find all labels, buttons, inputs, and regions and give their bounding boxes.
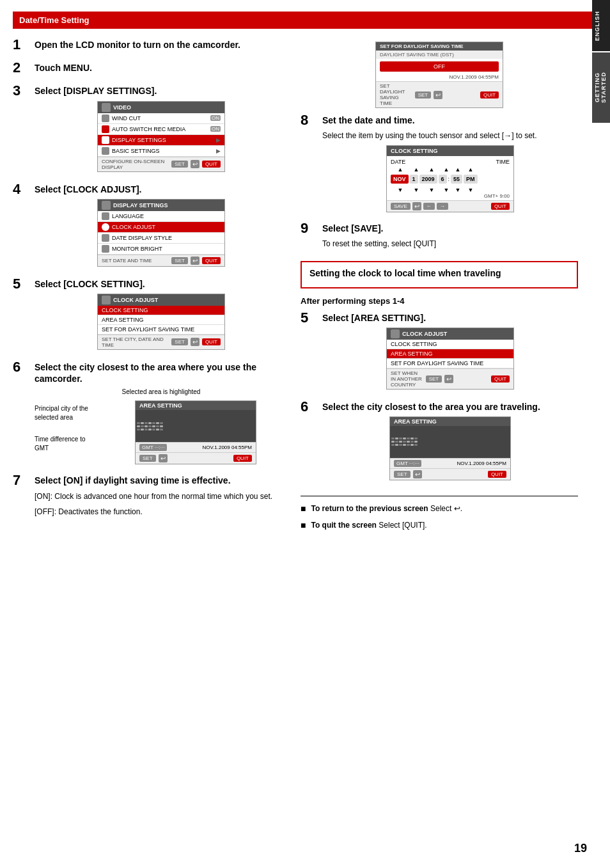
down-arrow-3[interactable]: ▼ bbox=[423, 187, 441, 193]
step-5-travel-header-label: CLOCK ADJUST bbox=[402, 331, 447, 337]
step-7-desc2: [OFF]: Deactivates the function. bbox=[35, 506, 288, 517]
area-quit-btn-2[interactable]: QUIT bbox=[488, 471, 506, 478]
clock-day[interactable]: 1 bbox=[410, 175, 418, 184]
clock-left-btn[interactable]: ← bbox=[423, 203, 435, 210]
menu-item-windcut[interactable]: WIND CUT ON bbox=[98, 113, 224, 124]
down-arrow-6[interactable]: ▼ bbox=[465, 187, 476, 193]
menu-item-areasetting[interactable]: AREA SETTING bbox=[98, 315, 224, 325]
time-diff-label: Time difference to GMT bbox=[35, 435, 98, 453]
map-line-2 bbox=[137, 425, 163, 427]
md5 bbox=[152, 422, 155, 424]
travel-menu-dst[interactable]: SET FOR DAYLIGHT SAVING TIME bbox=[387, 359, 513, 368]
step-5-content: Select [CLOCK SETTING]. CLOCK ADJUST CLO… bbox=[35, 278, 288, 354]
menu-item-monbright[interactable]: MONITOR BRIGHT bbox=[98, 244, 224, 255]
dst-set-btn[interactable]: SET bbox=[415, 91, 432, 99]
tip-2-desc: Select [QUIT]. bbox=[379, 521, 426, 530]
dst-undo-btn[interactable]: ↩ bbox=[434, 91, 442, 99]
clock-save-btn[interactable]: SAVE bbox=[391, 203, 411, 210]
step-7-descs: [ON]: Clock is advanced one hour from th… bbox=[35, 491, 288, 517]
area-footer-travel: GMT ···:··· NOV.1.2009 04:55PM bbox=[390, 458, 510, 468]
travel-menu-areasetting[interactable]: AREA SETTING bbox=[387, 349, 513, 359]
menu-item-display[interactable]: DISPLAY SETTINGS ▶ bbox=[98, 135, 224, 146]
area-map bbox=[136, 410, 256, 442]
down-arrow-5[interactable]: ▼ bbox=[452, 187, 464, 193]
travel-menu-clocksetting[interactable]: CLOCK SETTING bbox=[387, 340, 513, 349]
clock-right-btn[interactable]: → bbox=[437, 203, 448, 210]
up-arrow-3[interactable]: ▲ bbox=[423, 166, 441, 173]
windcut-label: WIND CUT bbox=[112, 115, 208, 122]
right-column: SET FOR DAYLIGHT SAVING TIME DAYLIGHT SA… bbox=[301, 39, 578, 536]
menu-item-language[interactable]: LANGUAGE bbox=[98, 211, 224, 222]
step-3-header-label: VIDEO bbox=[113, 104, 131, 111]
menu-item-clockadjust[interactable]: CLOCK ADJUST bbox=[98, 222, 224, 233]
lang-icon bbox=[102, 212, 109, 220]
display-arrow: ▶ bbox=[216, 137, 221, 143]
tip-1-content: To return to the previous screen Select … bbox=[311, 503, 462, 514]
up-arrow-4[interactable]: ▲ bbox=[442, 166, 451, 173]
clock-ampm[interactable]: PM bbox=[464, 175, 478, 184]
step-4-set-btn[interactable]: SET bbox=[171, 257, 188, 264]
md2-18 bbox=[403, 444, 406, 446]
dst-quit-btn[interactable]: QUIT bbox=[480, 91, 499, 99]
setwheninanother-label: SET WHEN IN ANOTHER COUNTRY bbox=[391, 370, 423, 388]
up-arrow-5[interactable]: ▲ bbox=[452, 166, 464, 173]
map-line-1 bbox=[137, 422, 163, 424]
menu-item-datestyle[interactable]: DATE DISPLAY STYLE bbox=[98, 233, 224, 244]
clock-quit-btn[interactable]: QUIT bbox=[491, 203, 510, 210]
down-arrow-2[interactable]: ▼ bbox=[411, 187, 421, 193]
clock-month[interactable]: NOV bbox=[391, 175, 409, 184]
menu-item-dst[interactable]: SET FOR DAYLIGHT SAVING TIME bbox=[98, 325, 224, 335]
step-3-set-btn[interactable]: SET bbox=[171, 161, 188, 168]
down-arrow-1[interactable]: ▼ bbox=[391, 187, 410, 193]
step-1-content: Open the LCD monitor to turn on the camc… bbox=[35, 39, 288, 54]
menu-item-clocksetting[interactable]: CLOCK SETTING bbox=[98, 306, 224, 315]
step-9-content: Select [SAVE]. To reset the setting, sel… bbox=[322, 223, 578, 253]
clock-year[interactable]: 2009 bbox=[419, 175, 437, 184]
up-arrow-6[interactable]: ▲ bbox=[465, 166, 476, 173]
setcitydatetime-label: SET THE CITY, DATE AND TIME bbox=[102, 336, 169, 348]
dst-footer-label: SET DAYLIGHT SAVING TIME bbox=[380, 83, 412, 106]
step-9: 9 Select [SAVE]. To reset the setting, s… bbox=[301, 223, 578, 253]
menu-item-basic[interactable]: BASIC SETTINGS ▶ bbox=[98, 146, 224, 157]
clock-setting-panel: CLOCK SETTING DATE TIME ▲ ▲ ▲ ▲ ▲ bbox=[386, 145, 514, 212]
step-4-undo-icon[interactable]: ↩ bbox=[191, 256, 199, 265]
up-arrow-2[interactable]: ▲ bbox=[411, 166, 421, 173]
up-arrow-1[interactable]: ▲ bbox=[391, 166, 410, 173]
step-5-undo-icon[interactable]: ↩ bbox=[191, 338, 199, 346]
area-quit-btn[interactable]: QUIT bbox=[233, 455, 252, 462]
clock-undo-btn[interactable]: ↩ bbox=[412, 202, 421, 210]
dst-option[interactable]: OFF bbox=[380, 61, 499, 72]
step-5-quit-btn[interactable]: QUIT bbox=[202, 338, 221, 345]
video-icon bbox=[102, 103, 111, 112]
down-arrow-4[interactable]: ▼ bbox=[442, 187, 451, 193]
step-5-travel-title: Select [AREA SETTING]. bbox=[322, 312, 578, 324]
md18 bbox=[148, 429, 152, 430]
area-undo-btn[interactable]: ↩ bbox=[159, 454, 168, 462]
step-1-number: 1 bbox=[13, 38, 31, 52]
display-label: DISPLAY SETTINGS bbox=[112, 137, 214, 143]
step-5-menu: CLOCK ADJUST CLOCK SETTING AREA SETTING … bbox=[97, 294, 225, 350]
area-set-btn[interactable]: SET bbox=[139, 455, 156, 462]
md13 bbox=[156, 425, 159, 427]
travel-quit-btn[interactable]: QUIT bbox=[491, 375, 510, 383]
step-4-content: Select [CLOCK ADJUST]. DISPLAY SETTINGS … bbox=[35, 184, 288, 271]
area-time-2: NOV.1.2009 04:55PM bbox=[457, 461, 506, 466]
md2-10 bbox=[399, 441, 402, 443]
clock-min[interactable]: 55 bbox=[451, 175, 462, 184]
display-icon bbox=[102, 136, 109, 144]
travel-set-btn[interactable]: SET bbox=[426, 375, 442, 383]
step-6-travel-content: Select the city closest to the area you … bbox=[322, 401, 578, 483]
step-4-quit-btn[interactable]: QUIT bbox=[202, 257, 221, 264]
area-set-btn-2[interactable]: SET bbox=[394, 471, 411, 478]
step-5-menu-footer: SET THE CITY, DATE AND TIME SET ↩ QUIT bbox=[98, 335, 224, 349]
menu-item-autorec[interactable]: AUTO SWITCH REC MEDIA ON bbox=[98, 124, 224, 135]
step-5-header-label: CLOCK ADJUST bbox=[113, 297, 158, 303]
step-3: 3 Select [DISPLAY SETTINGS]. VIDEO WIND … bbox=[13, 85, 288, 175]
step-3-quit-btn[interactable]: QUIT bbox=[202, 161, 221, 168]
clock-hour[interactable]: 6 bbox=[439, 175, 447, 184]
step-3-undo-icon[interactable]: ↩ bbox=[191, 160, 199, 168]
clock-fields-row: NOV 1 2009 6 : 55 PM bbox=[387, 173, 513, 186]
travel-undo-btn[interactable]: ↩ bbox=[444, 375, 453, 383]
area-undo-btn-2[interactable]: ↩ bbox=[413, 470, 422, 478]
step-5-set-btn[interactable]: SET bbox=[171, 338, 188, 345]
